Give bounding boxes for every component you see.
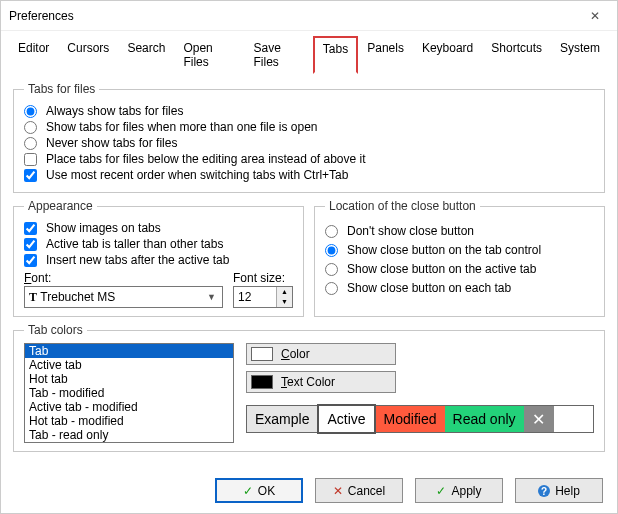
apply-button-label: Apply xyxy=(451,484,481,498)
fontsize-spinner[interactable]: 12 ▲ ▼ xyxy=(233,286,293,308)
check-show-images-label: Show images on tabs xyxy=(46,221,161,235)
textcolor-button[interactable]: Text Color xyxy=(246,371,396,393)
fontsize-label: Font size: xyxy=(233,271,293,285)
check-insert-after-active-label: Insert new tabs after the active tab xyxy=(46,253,229,267)
font-dropdown[interactable]: T Trebuchet MS ▼ xyxy=(24,286,223,308)
radio-close-each[interactable] xyxy=(325,282,338,295)
preview-active: Active xyxy=(317,404,375,434)
color-button[interactable]: Color xyxy=(246,343,396,365)
help-button-label: Help xyxy=(555,484,580,498)
group-tab-colors: Tab colors Tab Active tab Hot tab Tab - … xyxy=(13,323,605,452)
check-mru-order-label: Use most recent order when switching tab… xyxy=(46,168,348,182)
ok-button-label: OK xyxy=(258,484,275,498)
color-swatch xyxy=(251,347,273,361)
group-tabs-for-files-legend: Tabs for files xyxy=(24,82,99,96)
radio-show-when-multi-label: Show tabs for files when more than one f… xyxy=(46,120,318,134)
tab-preview: Example Active Modified Read only ✕ xyxy=(246,405,594,433)
tab-search[interactable]: Search xyxy=(118,36,174,74)
group-close-button-legend: Location of the close button xyxy=(325,199,480,213)
preview-modified: Modified xyxy=(376,406,445,432)
window-close-icon[interactable]: ✕ xyxy=(581,9,609,23)
list-item[interactable]: Tab xyxy=(25,344,233,358)
cancel-button-label: Cancel xyxy=(348,484,385,498)
window-title: Preferences xyxy=(9,9,581,23)
list-item[interactable]: Hot tab - modified xyxy=(25,414,233,428)
spin-up-icon[interactable]: ▲ xyxy=(277,287,292,297)
preferences-window: Preferences ✕ Editor Cursors Search Open… xyxy=(0,0,618,514)
color-button-label: Color xyxy=(281,347,310,361)
x-icon xyxy=(333,484,343,498)
radio-close-active[interactable] xyxy=(325,263,338,276)
tab-shortcuts[interactable]: Shortcuts xyxy=(482,36,551,74)
help-icon xyxy=(538,484,550,498)
tab-save-files[interactable]: Save Files xyxy=(245,36,313,74)
radio-close-tabcontrol[interactable] xyxy=(325,244,338,257)
list-item[interactable]: Tab - read only xyxy=(25,428,233,442)
color-state-listbox[interactable]: Tab Active tab Hot tab Tab - modified Ac… xyxy=(24,343,234,443)
check-tabs-below[interactable] xyxy=(24,153,37,166)
check-mru-order[interactable] xyxy=(24,169,37,182)
group-close-button: Location of the close button Don't show … xyxy=(314,199,605,317)
check-icon xyxy=(243,484,253,498)
group-appearance: Appearance Show images on tabs Active ta… xyxy=(13,199,304,317)
dialog-buttons: OK Cancel Apply Help xyxy=(1,468,617,513)
radio-show-when-multi[interactable] xyxy=(24,121,37,134)
font-label: Font: xyxy=(24,271,223,285)
tab-open-files[interactable]: Open Files xyxy=(174,36,244,74)
textcolor-button-label: Text Color xyxy=(281,375,335,389)
group-appearance-legend: Appearance xyxy=(24,199,97,213)
group-tabs-for-files: Tabs for files Always show tabs for file… xyxy=(13,82,605,193)
list-item[interactable]: Tab - modified xyxy=(25,386,233,400)
spin-down-icon[interactable]: ▼ xyxy=(277,297,292,307)
textcolor-swatch xyxy=(251,375,273,389)
check-icon xyxy=(436,484,446,498)
check-active-taller[interactable] xyxy=(24,238,37,251)
check-show-images[interactable] xyxy=(24,222,37,235)
help-button[interactable]: Help xyxy=(515,478,603,503)
check-tabs-below-label: Place tabs for files below the editing a… xyxy=(46,152,366,166)
tab-system[interactable]: System xyxy=(551,36,609,74)
apply-button[interactable]: Apply xyxy=(415,478,503,503)
cancel-button[interactable]: Cancel xyxy=(315,478,403,503)
tab-cursors[interactable]: Cursors xyxy=(58,36,118,74)
preview-example: Example xyxy=(247,406,317,432)
radio-close-none-label: Don't show close button xyxy=(347,224,474,238)
group-tab-colors-legend: Tab colors xyxy=(24,323,87,337)
radio-never-show[interactable] xyxy=(24,137,37,150)
ok-button[interactable]: OK xyxy=(215,478,303,503)
radio-close-each-label: Show close button on each tab xyxy=(347,281,511,295)
check-active-taller-label: Active tab is taller than other tabs xyxy=(46,237,223,251)
preview-close-icon: ✕ xyxy=(524,406,554,432)
font-icon: T xyxy=(29,290,37,305)
tab-panels[interactable]: Panels xyxy=(358,36,413,74)
fontsize-value: 12 xyxy=(234,290,276,304)
radio-always-show[interactable] xyxy=(24,105,37,118)
titlebar: Preferences ✕ xyxy=(1,1,617,31)
list-item[interactable]: Active tab xyxy=(25,358,233,372)
radio-close-none[interactable] xyxy=(325,225,338,238)
font-value: Trebuchet MS xyxy=(40,290,115,304)
radio-close-active-label: Show close button on the active tab xyxy=(347,262,536,276)
tabstrip: Editor Cursors Search Open Files Save Fi… xyxy=(1,31,617,73)
tab-keyboard[interactable]: Keyboard xyxy=(413,36,482,74)
check-insert-after-active[interactable] xyxy=(24,254,37,267)
chevron-down-icon: ▼ xyxy=(203,292,220,302)
list-item[interactable]: Active tab - modified xyxy=(25,400,233,414)
list-item[interactable]: Hot tab xyxy=(25,372,233,386)
tab-tabs[interactable]: Tabs xyxy=(313,36,358,74)
tab-editor[interactable]: Editor xyxy=(9,36,58,74)
preview-readonly: Read only xyxy=(445,406,524,432)
radio-close-tabcontrol-label: Show close button on the tab control xyxy=(347,243,541,257)
tab-content: Tabs for files Always show tabs for file… xyxy=(1,74,617,468)
radio-always-show-label: Always show tabs for files xyxy=(46,104,183,118)
radio-never-show-label: Never show tabs for files xyxy=(46,136,177,150)
